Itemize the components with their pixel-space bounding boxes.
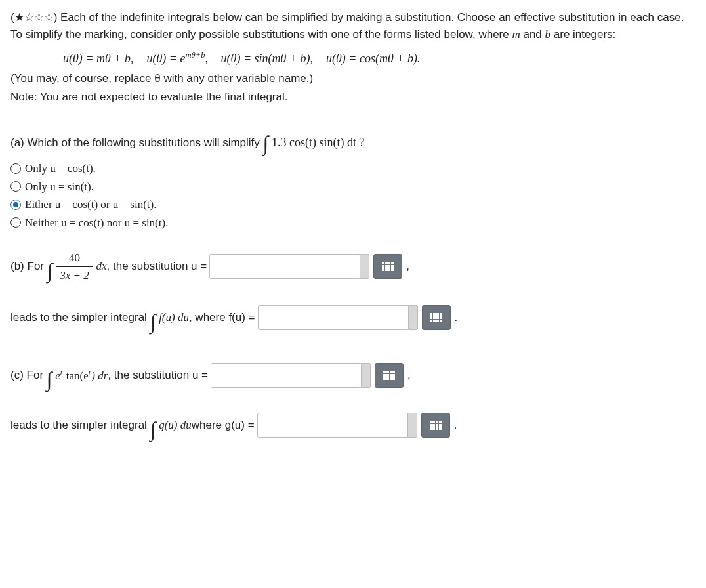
substitution-forms: u(θ) = mθ + b, u(θ) = emθ+b, u(θ) = sin(…: [10, 49, 696, 68]
part-b-where: , where f(u) =: [189, 309, 255, 326]
problem-intro: (★☆☆☆) Each of the indefinite integrals …: [10, 9, 696, 43]
option-only-sin[interactable]: Only u = sin(t).: [10, 178, 696, 196]
part-c-result-row: leads to the simpler integral ∫ g(u) du …: [10, 410, 696, 441]
integral-sign-icon: ∫: [150, 413, 156, 445]
form-4: u(θ) = cos(mθ + b).: [326, 52, 420, 65]
keyboard-icon: [382, 262, 394, 271]
part-c-end: ) dr: [91, 369, 108, 382]
option-only-cos[interactable]: Only u = cos(t).: [10, 160, 696, 177]
part-c-gu-input-group: [257, 413, 450, 438]
option-label: Either u = cos(t) or u = sin(t).: [25, 196, 156, 213]
part-b-sub-text: , the substitution u =: [107, 258, 207, 275]
variable-replace-note: (You may, of course, replace θ with any …: [10, 70, 696, 87]
part-a-integrand: 1.3 cos(t) sin(t) dt ?: [272, 136, 364, 149]
part-c: (c) For ∫ er tan(er) dr , the substituti…: [10, 360, 696, 441]
form-2-comma: ,: [205, 52, 209, 65]
part-c-gu-input[interactable]: [257, 413, 408, 438]
keyboard-icon: [383, 371, 395, 380]
integral-sign-icon: ∫: [150, 306, 156, 337]
form-2: u(θ) = emθ+b,: [146, 52, 211, 65]
form-3: u(θ) = sin(mθ + b),: [221, 52, 313, 65]
option-label: Only u = sin(t).: [25, 178, 94, 196]
part-c-u-input[interactable]: [211, 363, 362, 388]
form-1: u(θ) = mθ + b,: [63, 52, 133, 65]
input-resize-handle[interactable]: [360, 254, 369, 279]
fraction-denominator: 3x + 2: [56, 267, 93, 284]
part-b-leads: leads to the simpler integral: [10, 309, 147, 326]
intro-and: and: [523, 28, 541, 41]
part-c-where: where g(u) =: [192, 417, 255, 434]
keyboard-button[interactable]: [421, 413, 450, 438]
part-c-comma: ,: [407, 367, 411, 384]
part-a-options: Only u = cos(t). Only u = sin(t). Either…: [10, 160, 696, 231]
part-b-fu-input-group: [258, 305, 451, 330]
integral-sign-icon: ∫: [47, 364, 52, 395]
part-b-dx: dx: [96, 258, 107, 275]
radio-icon: [10, 200, 21, 210]
radio-icon: [10, 217, 21, 228]
part-c-gu: g(u) du: [159, 417, 192, 434]
part-c-integrand: er tan(er) dr: [55, 367, 108, 384]
part-c-substitution-row: (c) For ∫ er tan(er) dr , the substituti…: [10, 360, 696, 391]
part-a: (a) Which of the following substitutions…: [10, 123, 696, 231]
part-c-sub-text: , the substitution u =: [108, 367, 208, 384]
part-b-result-row: leads to the simpler integral ∫ f(u) du …: [10, 302, 696, 333]
part-c-tan: tan(e: [63, 369, 88, 382]
part-b-fu: f(u) du: [159, 309, 189, 326]
form-2-base: u(θ) = e: [146, 52, 185, 65]
part-b-u-input[interactable]: [209, 254, 360, 279]
part-b-period: .: [455, 309, 458, 326]
part-c-period: .: [454, 417, 457, 434]
part-b-fu-input[interactable]: [258, 305, 409, 330]
option-neither[interactable]: Neither u = cos(t) nor u = sin(t).: [10, 215, 696, 232]
option-label: Neither u = cos(t) nor u = sin(t).: [25, 215, 168, 232]
part-b: (b) For ∫ 40 3x + 2 dx , the substitutio…: [10, 249, 696, 333]
part-b-comma: ,: [406, 258, 409, 275]
option-either[interactable]: Either u = cos(t) or u = sin(t).: [10, 196, 696, 213]
keyboard-button[interactable]: [373, 254, 402, 279]
part-b-substitution-row: (b) For ∫ 40 3x + 2 dx , the substitutio…: [10, 249, 696, 284]
option-label: Only u = cos(t).: [25, 160, 96, 177]
intro-text-end: are integers:: [554, 28, 616, 41]
part-c-prefix: (c) For: [10, 367, 43, 384]
part-c-u-input-group: [211, 363, 404, 388]
input-resize-handle[interactable]: [362, 363, 371, 388]
radio-icon: [10, 163, 21, 174]
keyboard-icon: [430, 313, 442, 322]
input-resize-handle[interactable]: [409, 305, 418, 330]
keyboard-button[interactable]: [375, 363, 404, 388]
part-a-prefix: (a) Which of the following substitutions…: [10, 136, 260, 149]
evaluation-note: Note: You are not expected to evaluate t…: [10, 89, 696, 106]
part-c-leads: leads to the simpler integral: [10, 417, 147, 434]
part-c-e1: e: [55, 369, 60, 382]
intro-b: b: [545, 28, 551, 41]
integral-sign-icon: ∫: [263, 131, 269, 155]
difficulty-stars: (★☆☆☆): [10, 11, 57, 24]
integral-sign-icon: ∫: [47, 255, 53, 286]
fraction-numerator: 40: [56, 249, 93, 267]
input-resize-handle[interactable]: [408, 413, 417, 438]
part-b-u-input-group: [209, 254, 402, 279]
part-b-prefix: (b) For: [10, 258, 44, 275]
intro-m: m: [512, 28, 520, 41]
keyboard-button[interactable]: [422, 305, 451, 330]
form-2-exp: mθ+b: [185, 51, 205, 60]
radio-icon: [10, 181, 21, 192]
keyboard-icon: [430, 421, 442, 430]
part-b-fraction: 40 3x + 2: [56, 249, 93, 284]
part-a-question: (a) Which of the following substitutions…: [10, 123, 696, 155]
